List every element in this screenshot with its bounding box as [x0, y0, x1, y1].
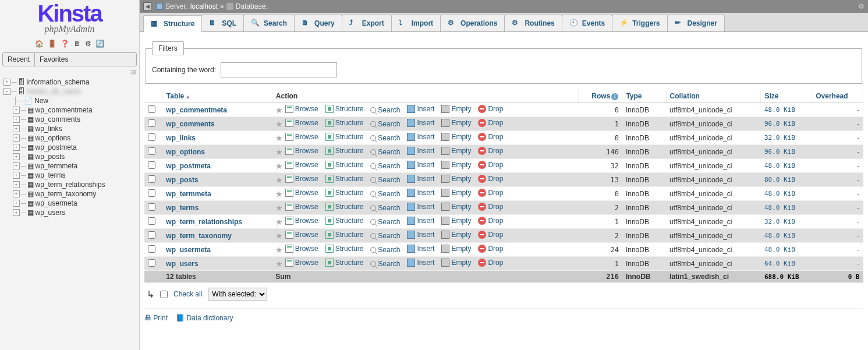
tree-table[interactable]: +─▦wp_term_taxonomy: [1, 189, 138, 199]
empty-link[interactable]: Empty: [441, 147, 471, 155]
expand-icon[interactable]: +: [13, 153, 20, 160]
tree-db-current[interactable]: −─ 🗄 hidden_db_name: [1, 87, 138, 96]
insert-link[interactable]: Insert: [407, 259, 434, 267]
insert-link[interactable]: Insert: [407, 147, 434, 155]
row-checkbox[interactable]: [148, 189, 155, 197]
row-checkbox[interactable]: [148, 105, 155, 113]
browse-link[interactable]: Browse: [285, 105, 318, 113]
row-checkbox[interactable]: [148, 231, 155, 239]
tree-table[interactable]: +─▦wp_termmeta: [1, 161, 138, 171]
tab-operations[interactable]: ⚙Operations: [440, 15, 505, 31]
empty-link[interactable]: Empty: [441, 189, 471, 197]
print-link[interactable]: 🖶 Print: [144, 314, 168, 322]
filter-input[interactable]: [221, 62, 337, 77]
insert-link[interactable]: Insert: [407, 175, 434, 183]
with-selected[interactable]: With selected:: [208, 288, 267, 300]
gear-icon[interactable]: ⚙: [858, 2, 865, 10]
search-link[interactable]: Search: [370, 246, 400, 254]
favorite-star-icon[interactable]: ★: [275, 203, 283, 213]
expand-icon[interactable]: +: [13, 172, 20, 179]
browse-link[interactable]: Browse: [285, 175, 318, 183]
search-link[interactable]: Search: [370, 260, 400, 268]
table-name-link[interactable]: wp_postmeta: [166, 162, 211, 170]
search-link[interactable]: Search: [370, 190, 400, 198]
checkall-label[interactable]: Check all: [173, 290, 202, 298]
structure-link[interactable]: Structure: [325, 119, 364, 127]
expand-icon[interactable]: +: [13, 190, 20, 197]
drop-link[interactable]: Drop: [478, 217, 503, 225]
row-checkbox[interactable]: [148, 259, 155, 267]
favorite-star-icon[interactable]: ★: [275, 161, 283, 171]
table-name-link[interactable]: wp_options: [166, 148, 205, 156]
expand-icon[interactable]: +: [13, 181, 20, 188]
tree-table[interactable]: +─▦wp_posts: [1, 152, 138, 161]
tab-query[interactable]: 🗎Query: [294, 15, 342, 31]
favorite-star-icon[interactable]: ★: [275, 105, 283, 115]
empty-link[interactable]: Empty: [441, 203, 471, 211]
checkall-checkbox[interactable]: [160, 291, 168, 298]
tab-import[interactable]: ⤵Import: [391, 15, 441, 31]
browse-link[interactable]: Browse: [285, 245, 318, 253]
favorite-star-icon[interactable]: ★: [275, 245, 283, 254]
col-table[interactable]: Table: [166, 92, 184, 100]
tree-new[interactable]: ├─📄 New: [1, 96, 138, 105]
server-link[interactable]: localhost: [190, 2, 218, 10]
browse-link[interactable]: Browse: [285, 203, 318, 211]
row-checkbox[interactable]: [148, 245, 155, 253]
empty-link[interactable]: Empty: [441, 175, 471, 183]
structure-link[interactable]: Structure: [325, 189, 364, 197]
insert-link[interactable]: Insert: [407, 161, 434, 169]
data-dictionary-link[interactable]: 📘 Data dictionary: [176, 314, 233, 322]
search-link[interactable]: Search: [370, 120, 400, 128]
empty-link[interactable]: Empty: [441, 259, 471, 267]
tab-export[interactable]: ⤴Export: [342, 15, 392, 31]
insert-link[interactable]: Insert: [407, 245, 434, 253]
home-icon[interactable]: 🏠: [35, 40, 44, 48]
tree-db[interactable]: +─ 🗄 information_schema: [1, 77, 138, 87]
browse-link[interactable]: Browse: [285, 119, 318, 127]
nav-back-icon[interactable]: ◀: [143, 2, 151, 10]
tree-table[interactable]: +─▦wp_users: [1, 208, 138, 217]
tab-routines[interactable]: ⚙Routines: [504, 15, 562, 31]
table-name-link[interactable]: wp_comments: [166, 120, 214, 128]
drop-link[interactable]: Drop: [478, 231, 503, 239]
structure-link[interactable]: Structure: [325, 217, 364, 225]
row-checkbox[interactable]: [148, 119, 155, 127]
table-name-link[interactable]: wp_term_taxonomy: [166, 232, 232, 240]
reload-icon[interactable]: 🔄: [95, 40, 104, 48]
insert-link[interactable]: Insert: [407, 105, 434, 113]
search-link[interactable]: Search: [370, 134, 400, 142]
table-name-link[interactable]: wp_term_relationships: [166, 218, 242, 226]
favorite-star-icon[interactable]: ★: [275, 119, 283, 129]
favorites-tab[interactable]: Favorites: [34, 53, 73, 66]
col-type[interactable]: Type: [626, 92, 642, 100]
favorite-star-icon[interactable]: ★: [275, 217, 283, 227]
drop-link[interactable]: Drop: [478, 119, 503, 127]
sql-icon[interactable]: 🗎: [74, 40, 81, 48]
search-link[interactable]: Search: [370, 148, 400, 156]
tab-sql[interactable]: 🗎SQL: [201, 15, 244, 31]
favorite-star-icon[interactable]: ★: [275, 147, 283, 157]
drop-link[interactable]: Drop: [478, 245, 503, 253]
expand-icon[interactable]: +: [13, 125, 20, 132]
collapse-icon[interactable]: −: [3, 88, 10, 95]
favorite-star-icon[interactable]: ★: [275, 175, 283, 185]
favorite-star-icon[interactable]: ★: [275, 189, 283, 199]
tree-table[interactable]: +─▦wp_postmeta: [1, 143, 138, 152]
search-link[interactable]: Search: [370, 232, 400, 240]
expand-icon[interactable]: +: [13, 162, 20, 169]
tree-table[interactable]: +─▦wp_term_relationships: [1, 180, 138, 189]
logout-icon[interactable]: 🚪: [48, 40, 56, 48]
empty-link[interactable]: Empty: [441, 161, 471, 169]
expand-icon[interactable]: +: [3, 79, 10, 86]
browse-link[interactable]: Browse: [285, 161, 318, 169]
settings-icon[interactable]: ⚙: [85, 40, 91, 48]
search-link[interactable]: Search: [370, 218, 400, 226]
expand-icon[interactable]: +: [13, 200, 20, 207]
structure-link[interactable]: Structure: [325, 231, 364, 239]
structure-link[interactable]: Structure: [325, 245, 364, 253]
structure-link[interactable]: Structure: [325, 147, 364, 155]
browse-link[interactable]: Browse: [285, 147, 318, 155]
recent-tab[interactable]: Recent: [3, 53, 34, 66]
empty-link[interactable]: Empty: [441, 245, 471, 253]
